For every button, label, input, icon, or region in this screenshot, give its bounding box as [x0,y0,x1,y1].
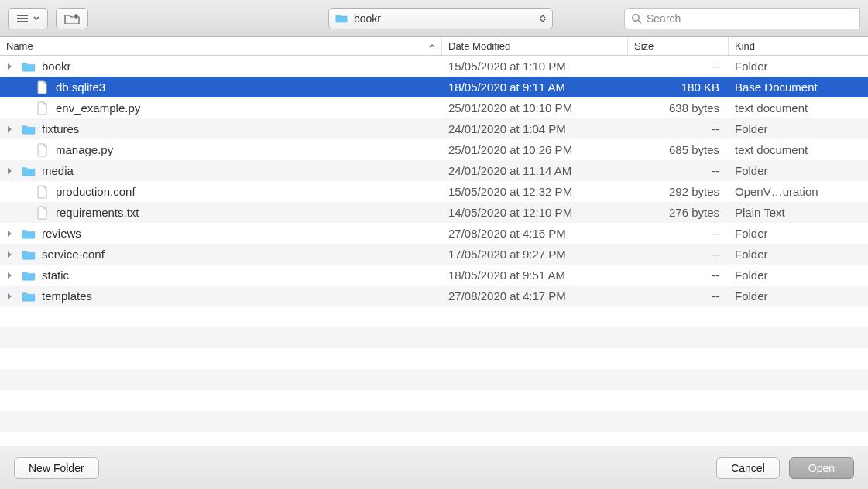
document-icon [34,185,51,199]
footer: New Folder Cancel Open [0,446,868,489]
updown-icon [540,15,546,22]
file-name: env_example.py [56,101,140,115]
folder-icon [20,61,37,72]
file-name: bookr [42,60,71,73]
sort-indicator-icon [429,42,435,50]
cell-kind: Base Document [729,80,868,94]
cell-size: -- [628,289,729,303]
cell-name: templates [19,289,442,303]
document-icon [34,101,51,115]
disclosure-triangle[interactable] [0,125,19,133]
cell-name: fixtures [19,122,442,135]
document-icon [34,80,51,94]
cell-name: media [19,164,442,177]
column-header-name[interactable]: Name [0,37,442,55]
cell-date: 25/01/2020 at 10:10 PM [442,101,628,115]
cell-date: 27/08/2020 at 4:16 PM [442,227,628,240]
cell-date: 18/05/2020 at 9:11 AM [442,80,628,94]
table-row[interactable]: reviews27/08/2020 at 4:16 PM--Folder [0,223,868,244]
cell-size: 180 KB [628,80,729,94]
cell-name: service-conf [19,248,442,261]
table-row[interactable]: fixtures24/01/2020 at 1:04 PM--Folder [0,118,868,139]
folder-plus-icon [64,13,80,24]
table-row[interactable]: requirements.txt14/05/2020 at 12:10 PM27… [0,202,868,223]
cell-kind: Folder [729,164,868,177]
table-row[interactable]: bookr15/05/2020 at 1:10 PM--Folder [0,56,868,77]
cell-kind: Folder [729,122,868,135]
new-folder-toolbar-button[interactable] [56,8,88,29]
table-row[interactable]: db.sqlite318/05/2020 at 9:11 AM180 KBBas… [0,77,868,97]
file-name: static [42,268,69,282]
table-row-empty [0,306,868,327]
table-row-empty [0,390,868,411]
cell-size: -- [628,268,729,282]
folder-icon [20,124,37,135]
path-popup[interactable]: bookr [328,8,553,29]
cell-name: static [19,268,442,282]
folder-icon [20,270,37,281]
disclosure-triangle[interactable] [0,63,19,70]
disclosure-triangle[interactable] [0,167,19,175]
cell-date: 27/08/2020 at 4:17 PM [442,289,628,303]
file-name: media [42,164,74,177]
file-list[interactable]: bookr15/05/2020 at 1:10 PM--Folderdb.sql… [0,56,868,446]
disclosure-triangle[interactable] [0,230,19,238]
cell-kind: text document [729,101,868,115]
cell-size: 276 bytes [628,206,729,219]
cell-size: 685 bytes [628,143,729,156]
file-name: production.conf [56,185,136,198]
table-row[interactable]: media24/01/2020 at 11:14 AM--Folder [0,160,868,181]
table-row[interactable]: templates27/08/2020 at 4:17 PM--Folder [0,286,868,306]
open-button[interactable]: Open [789,457,854,479]
table-row-empty [0,432,868,446]
cancel-button[interactable]: Cancel [716,457,780,479]
document-icon [34,143,51,157]
svg-point-5 [633,14,639,20]
cell-size: -- [628,227,729,240]
search-icon [631,13,642,24]
file-name: service-conf [42,248,105,261]
cell-date: 15/05/2020 at 1:10 PM [442,60,628,73]
file-name: requirements.txt [56,206,139,219]
folder-icon [335,13,348,23]
cell-date: 24/01/2020 at 11:14 AM [442,164,628,177]
column-header-date[interactable]: Date Modified [442,37,628,55]
search-placeholder: Search [647,12,681,25]
folder-icon [20,249,37,260]
search-input[interactable]: Search [624,8,860,29]
disclosure-triangle[interactable] [0,292,19,300]
column-header-kind[interactable]: Kind [729,37,868,55]
table-row[interactable]: service-conf17/05/2020 at 9:27 PM--Folde… [0,244,868,265]
disclosure-triangle[interactable] [0,272,19,279]
document-icon [34,206,51,220]
cell-date: 14/05/2020 at 12:10 PM [442,206,628,219]
cell-kind: Folder [729,268,868,282]
table-row-empty [0,369,868,390]
column-header-size[interactable]: Size [628,37,729,55]
cell-name: db.sqlite3 [19,80,442,94]
cell-date: 17/05/2020 at 9:27 PM [442,248,628,261]
table-row[interactable]: env_example.py25/01/2020 at 10:10 PM638 … [0,97,868,118]
chevron-down-icon [33,16,39,21]
cell-date: 24/01/2020 at 1:04 PM [442,122,628,135]
cell-size: -- [628,60,729,73]
cell-date: 25/01/2020 at 10:26 PM [442,143,628,156]
cell-date: 18/05/2020 at 9:51 AM [442,268,628,282]
table-row[interactable]: static18/05/2020 at 9:51 AM--Folder [0,265,868,286]
view-mode-button[interactable] [8,8,48,29]
new-folder-button[interactable]: New Folder [14,457,99,479]
cell-kind: OpenV…uration [729,185,868,198]
disclosure-triangle[interactable] [0,251,19,258]
cell-kind: Plain Text [729,206,868,219]
current-folder-label: bookr [354,12,533,25]
table-row-empty [0,411,868,432]
list-icon [16,14,29,23]
table-row[interactable]: manage.py25/01/2020 at 10:26 PM685 bytes… [0,139,868,160]
cell-name: reviews [19,227,442,240]
cell-size: -- [628,164,729,177]
cell-name: env_example.py [19,101,442,115]
cell-kind: Folder [729,248,868,261]
cell-name: requirements.txt [19,206,442,220]
table-row[interactable]: production.conf15/05/2020 at 12:32 PM292… [0,181,868,202]
svg-line-6 [638,20,641,23]
